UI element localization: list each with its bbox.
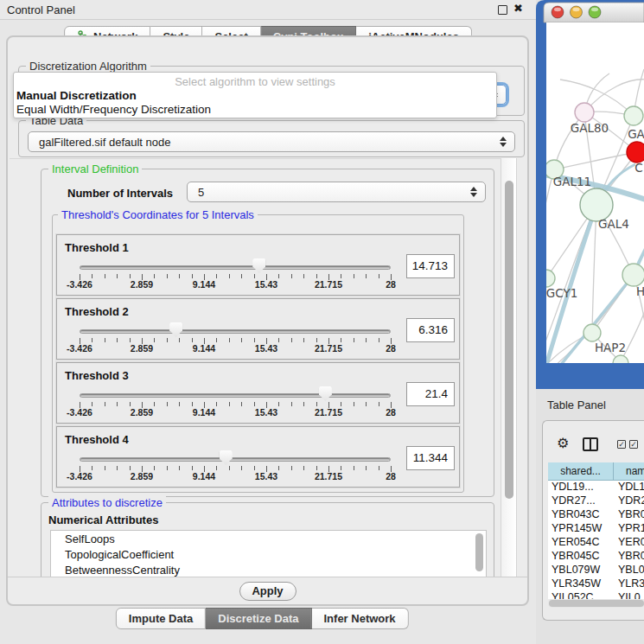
table-row[interactable]: YIL052CYIL0 bbox=[548, 591, 644, 599]
apply-button[interactable]: Apply bbox=[239, 582, 296, 601]
panel-scrollbar[interactable] bbox=[501, 158, 517, 577]
slider-track[interactable] bbox=[80, 393, 391, 398]
table-horizontal-scrollbar[interactable] bbox=[548, 599, 644, 608]
algorithm-dropdown-popup: Select algorithm to view settings Manual… bbox=[13, 72, 497, 118]
bottom-tab-bar: Impute DataDiscretize DataInfer Network bbox=[116, 608, 409, 629]
network-view-window[interactable]: GAL80GACGAL11GAL4GCY1HHAP2 bbox=[536, 0, 644, 391]
threshold-value-field[interactable]: 6.316 bbox=[406, 318, 455, 342]
threshold-row: Threshold 4-3.4262.8599.14415.4321.71528… bbox=[56, 426, 460, 488]
table-row[interactable]: YPR145WYPR1 bbox=[548, 522, 644, 536]
network-node-label: H bbox=[636, 284, 644, 298]
tick-label: 28 bbox=[386, 279, 396, 290]
column-header-name[interactable]: name bbox=[626, 462, 644, 481]
tick-label: 21.715 bbox=[315, 279, 342, 290]
network-node[interactable] bbox=[624, 106, 643, 125]
number-of-intervals-label: Number of Intervals bbox=[67, 187, 173, 200]
network-node[interactable] bbox=[583, 324, 601, 341]
cell-shared-name: YLR345W bbox=[552, 577, 614, 590]
table-row[interactable]: YLR345WYLR3 bbox=[548, 577, 644, 591]
attribute-list-item[interactable]: BetweennessCentrality bbox=[51, 562, 486, 577]
slider-ticks bbox=[80, 466, 391, 473]
interval-definition-label: Interval Definition bbox=[48, 163, 142, 175]
highlight bbox=[573, 8, 580, 11]
column-header-shared-name[interactable]: shared... bbox=[548, 462, 614, 481]
footer-divider bbox=[8, 577, 527, 577]
table-data-select[interactable]: galFiltered.sif default node bbox=[28, 131, 515, 152]
cell-name: YIL0 bbox=[618, 591, 641, 599]
node-table[interactable]: shared... name YDL19...YDL1YDR27...YDR2Y… bbox=[548, 462, 644, 599]
attribute-list-item[interactable]: TopologicalCoefficient bbox=[51, 546, 486, 562]
tab-label: Infer Network bbox=[323, 609, 395, 629]
stepper-arrows-icon bbox=[500, 137, 507, 147]
slider-track[interactable] bbox=[80, 265, 391, 270]
list-scrollbar[interactable] bbox=[475, 533, 483, 571]
slider-ticks bbox=[80, 338, 391, 345]
split-view-icon[interactable] bbox=[583, 437, 598, 451]
attributes-group: Attributes to discretize Numerical Attri… bbox=[41, 502, 494, 577]
table-row[interactable]: YBL079WYBL0 bbox=[548, 564, 644, 577]
tab-impute-data[interactable]: Impute Data bbox=[116, 608, 206, 629]
tick-label: 21.715 bbox=[315, 343, 342, 354]
dropdown-option-manual[interactable]: Manual Discretization bbox=[14, 89, 496, 103]
table-row[interactable]: YER054CYER0 bbox=[548, 536, 644, 550]
threshold-value-field[interactable]: 14.713 bbox=[406, 254, 455, 278]
tick-label: 9.144 bbox=[193, 407, 215, 418]
slider-thumb[interactable] bbox=[220, 450, 233, 465]
slider-thumb[interactable] bbox=[252, 258, 265, 273]
table-row[interactable]: YDR27...YDR2 bbox=[548, 494, 644, 508]
table-row[interactable]: YBR043CYBR0 bbox=[548, 508, 644, 522]
cell-name: YBR0 bbox=[618, 508, 644, 520]
cell-shared-name: YIL052C bbox=[552, 591, 614, 599]
interval-definition-group: Interval Definition Number of Intervals … bbox=[41, 169, 494, 497]
tick-label: 2.859 bbox=[131, 407, 153, 418]
checkbox-icon[interactable]: ✓ bbox=[629, 440, 638, 449]
threshold-value-field[interactable]: 11.344 bbox=[406, 446, 455, 470]
table-panel: ⚙ ✓ ✓ shared... name YDL19...YDL1YDR27..… bbox=[542, 420, 644, 621]
network-node[interactable] bbox=[575, 103, 594, 122]
table-row[interactable]: YBR045CYBR0 bbox=[548, 550, 644, 564]
checkbox-icon[interactable]: ✓ bbox=[617, 440, 626, 449]
settings-scroll-area: Interval Definition Number of Intervals … bbox=[10, 158, 501, 577]
threshold-row: Threshold 3-3.4262.8599.14415.4321.71528… bbox=[56, 362, 460, 424]
table-header-row[interactable]: shared... name bbox=[548, 462, 644, 481]
dropdown-option-equal-width[interactable]: Equal Width/Frequency Discretization bbox=[14, 103, 496, 117]
gear-icon[interactable]: ⚙ bbox=[557, 435, 569, 451]
tick-label: -3.426 bbox=[67, 343, 92, 354]
slider-track[interactable] bbox=[80, 457, 391, 462]
tab-discretize-data[interactable]: Discretize Data bbox=[206, 608, 311, 629]
tick-label: 2.859 bbox=[131, 343, 153, 354]
network-node[interactable] bbox=[627, 142, 644, 163]
cell-name: YBR0 bbox=[618, 550, 644, 562]
tick-label: 15.43 bbox=[255, 343, 277, 354]
cell-shared-name: YER054C bbox=[552, 536, 614, 548]
network-node-label: GAL80 bbox=[571, 121, 609, 135]
network-node[interactable] bbox=[622, 264, 644, 286]
number-of-intervals-select[interactable]: 5 bbox=[187, 182, 486, 202]
network-node-label: GA bbox=[628, 127, 644, 141]
float-window-icon[interactable] bbox=[498, 5, 507, 15]
table-row[interactable]: YDL19...YDL1 bbox=[548, 481, 644, 494]
cell-shared-name: YBR045C bbox=[552, 550, 614, 562]
network-node-label: GAL4 bbox=[598, 217, 629, 231]
tick-label: 28 bbox=[386, 407, 396, 418]
cell-name: YBL0 bbox=[618, 564, 644, 576]
scrollbar-thumb[interactable] bbox=[505, 181, 513, 499]
stepper-arrows-icon bbox=[470, 187, 478, 197]
tab-infer-network[interactable]: Infer Network bbox=[311, 608, 408, 629]
tick-label: 28 bbox=[386, 471, 396, 481]
close-icon[interactable]: ✖ bbox=[513, 2, 523, 15]
slider-thumb[interactable] bbox=[169, 322, 182, 337]
slider-ticks bbox=[80, 274, 391, 281]
scrollbar-thumb[interactable] bbox=[549, 600, 644, 607]
network-node-label: HAP2 bbox=[595, 341, 626, 354]
cyni-toolbox-panel: Discretization Algorithm Select algorith… bbox=[6, 35, 529, 606]
attribute-list-item[interactable]: SelfLoops bbox=[51, 531, 486, 546]
table-data-group: Table Data galFiltered.sif default node bbox=[18, 120, 525, 157]
threshold-row: Threshold 1-3.4262.8599.14415.4321.71528… bbox=[56, 234, 460, 296]
threshold-value-field[interactable]: 21.4 bbox=[406, 382, 455, 406]
slider-track[interactable] bbox=[80, 329, 391, 334]
slider-thumb[interactable] bbox=[319, 386, 332, 401]
threshold-label: Threshold 3 bbox=[65, 369, 129, 382]
numerical-attributes-label: Numerical Attributes bbox=[48, 513, 158, 526]
numerical-attributes-list[interactable]: SelfLoopsTopologicalCoefficientBetweenne… bbox=[50, 530, 487, 577]
